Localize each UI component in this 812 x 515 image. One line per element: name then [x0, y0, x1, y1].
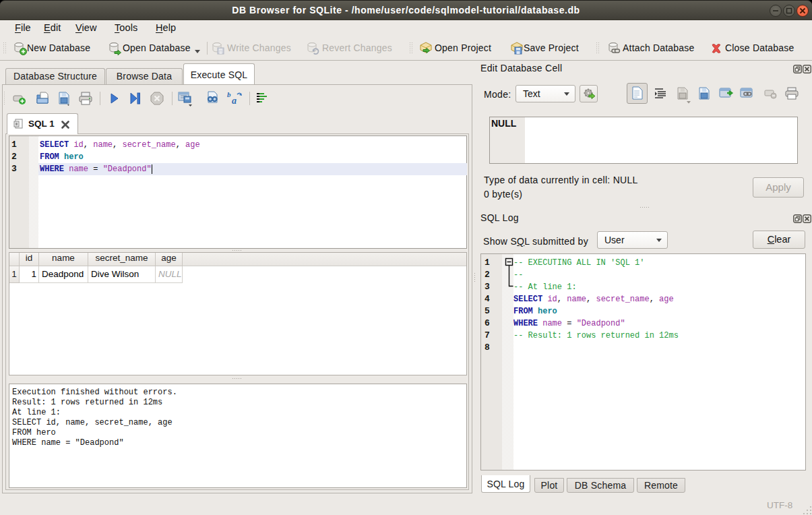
- svg-text:a: a: [232, 96, 237, 106]
- svg-text:b: b: [227, 90, 231, 98]
